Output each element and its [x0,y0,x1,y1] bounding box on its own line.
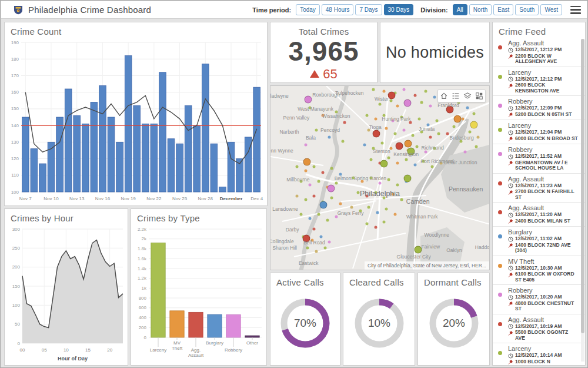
crime-location-dot[interactable] [339,202,342,205]
crime-location-dot[interactable] [300,213,303,216]
feed-scrollbar-thumb[interactable] [581,39,584,333]
crime-location-dot[interactable] [313,195,316,198]
crime-location-dot[interactable] [477,136,480,139]
basemap-icon[interactable] [463,92,472,100]
hour-area[interactable] [22,240,123,343]
time-period-button-today[interactable]: Today [296,4,320,15]
crime-location-dot[interactable] [435,120,438,122]
crime-location-dot[interactable] [466,107,469,110]
crime-count-bar[interactable] [99,85,106,192]
crime-location-dot[interactable] [328,241,331,244]
feed-item[interactable]: Agg. Assault12/5/2017, 12:12 PM2200 BLOC… [493,38,585,67]
crime-location-dot[interactable] [352,177,355,180]
crimes-by-type-chart[interactable]: 02004006008001k1.2k1.4k1.6k1.8k2k2.2kLar… [131,224,266,364]
crime-location-dot[interactable] [300,180,303,183]
crime-location-dot[interactable] [433,95,436,98]
crime-location-dot[interactable] [385,208,388,211]
crime-location-dot[interactable] [335,215,338,218]
crime-location-dot[interactable] [425,151,427,154]
crime-location-dot[interactable] [356,191,359,194]
time-period-button-7-days[interactable]: 7 Days [355,4,382,15]
crime-location-dot[interactable] [326,218,329,221]
crime-count-chart[interactable]: 100110120130140150160170180190Nov 7Nov 1… [5,38,267,205]
time-period-button-48-hours[interactable]: 48 Hours [322,4,354,15]
crime-location-dot[interactable] [379,103,382,106]
crime-cluster-marker[interactable] [304,95,312,103]
crime-cluster-marker[interactable] [414,246,422,253]
crime-location-dot[interactable] [383,90,386,93]
crime-location-dot[interactable] [374,191,377,194]
crime-location-dot[interactable] [433,147,436,150]
crime-location-dot[interactable] [420,131,423,134]
crime-location-dot[interactable] [343,121,346,124]
crime-location-dot[interactable] [374,118,377,121]
crime-location-dot[interactable] [370,177,373,180]
crime-count-bar[interactable] [185,105,192,192]
crime-location-dot[interactable] [315,128,318,131]
crime-cluster-marker[interactable] [328,185,335,193]
crime-count-bar[interactable] [176,144,183,192]
crime-location-dot[interactable] [400,116,403,119]
crime-cluster-marker[interactable] [395,142,403,150]
feed-item[interactable]: Larceny12/5/2017, 12:04 PM6000 BLOCK N B… [493,120,585,144]
crime-location-dot[interactable] [330,197,333,200]
crime-location-dot[interactable] [389,99,392,102]
crime-count-bar[interactable] [202,64,209,192]
crime-location-dot[interactable] [313,165,316,168]
crime-cluster-marker[interactable] [380,160,388,167]
crime-location-dot[interactable] [402,128,405,131]
crime-location-dot[interactable] [335,182,338,185]
crime-count-bar[interactable] [125,56,132,192]
division-button-all[interactable]: All [453,4,467,15]
crime-location-dot[interactable] [429,105,432,108]
crime-location-dot[interactable] [426,123,429,126]
crime-location-dot[interactable] [361,180,364,183]
crime-count-bar[interactable] [253,87,260,192]
crime-location-dot[interactable] [374,226,377,229]
crime-location-dot[interactable] [394,132,397,135]
crime-location-dot[interactable] [359,210,362,213]
division-button-east[interactable]: East [493,4,513,15]
crime-cluster-marker[interactable] [407,148,415,155]
crime-count-bar[interactable] [22,117,29,192]
division-button-south[interactable]: South [515,4,539,15]
crime-location-dot[interactable] [422,160,425,163]
crime-location-dot[interactable] [335,110,338,113]
crime-location-dot[interactable] [365,114,368,117]
crime-location-dot[interactable] [387,178,390,181]
time-period-button-30-days[interactable]: 30 Days [384,4,414,15]
feed-item[interactable]: Agg. Assault12/5/2017, 11:23 AM2700 BLOC… [493,173,585,203]
crime-location-dot[interactable] [389,147,392,150]
feed-item[interactable]: Robbery12/5/2017, 11:52 AMGERMANTOWN AV … [493,144,585,173]
crime-location-dot[interactable] [420,101,423,104]
crime-count-bar[interactable] [211,144,218,192]
feed-scrollbar[interactable] [581,39,584,362]
crime-location-dot[interactable] [370,158,373,161]
crime-location-dot[interactable] [368,128,370,131]
crime-count-bar[interactable] [56,117,64,192]
crime-count-bar[interactable] [74,115,81,192]
crime-location-dot[interactable] [392,120,395,122]
crime-cluster-marker[interactable] [404,140,412,147]
crime-location-dot[interactable] [295,165,298,168]
type-bar-burglary[interactable] [208,314,222,337]
crime-location-dot[interactable] [341,140,344,142]
crime-count-bar[interactable] [193,125,201,192]
crime-count-bar[interactable] [116,142,123,192]
crime-location-dot[interactable] [350,205,353,208]
type-bar-robbery[interactable] [226,315,240,337]
crime-count-bar[interactable] [31,149,38,192]
crime-location-dot[interactable] [409,121,412,124]
crime-location-dot[interactable] [304,169,307,172]
hamburger-menu-icon[interactable] [570,6,581,14]
crime-location-dot[interactable] [411,134,414,137]
crime-count-bar[interactable] [151,124,158,192]
crime-location-dot[interactable] [472,112,475,115]
crime-location-dot[interactable] [405,158,407,161]
crime-location-dot[interactable] [464,151,467,154]
crime-location-dot[interactable] [319,235,322,238]
crime-location-dot[interactable] [387,156,390,159]
crime-cluster-marker[interactable] [387,91,395,99]
crime-location-dot[interactable] [379,182,382,185]
crime-cluster-marker[interactable] [320,201,328,209]
